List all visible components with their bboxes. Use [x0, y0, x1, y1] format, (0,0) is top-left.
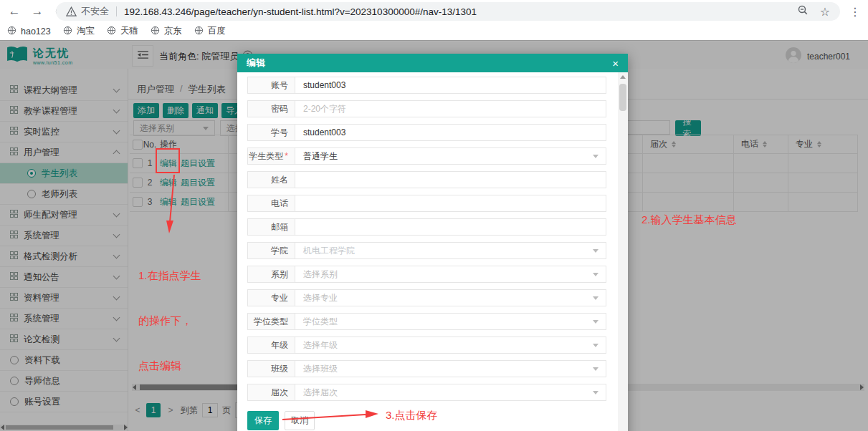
- url-bar[interactable]: 不安全 192.168.43.246/page/teacher/yn-stude…: [56, 2, 840, 21]
- globe-icon: [63, 26, 72, 37]
- bookmark-tmall[interactable]: 天猫: [107, 25, 138, 37]
- bookmark-taobao[interactable]: 淘宝: [63, 25, 95, 37]
- chevron-down-icon: [593, 367, 598, 371]
- warning-icon: [66, 6, 77, 16]
- chevron-down-icon: [593, 391, 598, 394]
- bookmark-jd[interactable]: 京东: [151, 25, 182, 37]
- modal-body: 账号 student003 密码 2-20个字符 学号 student003 学…: [237, 72, 618, 431]
- screen: ← → 不安全 192.168.43.246/page/teacher/yn-s…: [0, 0, 868, 431]
- globe-icon: [194, 26, 204, 37]
- chevron-down-icon: [593, 296, 598, 300]
- field-phone: 电话: [247, 195, 606, 212]
- url-divider: [116, 6, 117, 16]
- annotation-arrow-right: [281, 408, 383, 424]
- url-text[interactable]: 192.168.43.246/page/teacher/yn-student-l…: [124, 6, 797, 17]
- field-student-type: 学生类型* 普通学生: [247, 147, 606, 165]
- modal-vertical-scrollbar[interactable]: [618, 72, 628, 431]
- chevron-down-icon: [593, 273, 598, 276]
- chevron-down-icon: [593, 155, 598, 158]
- phone-input[interactable]: [295, 195, 606, 211]
- globe-icon: [107, 26, 116, 37]
- security-label[interactable]: 不安全: [81, 5, 109, 18]
- degree-type-select[interactable]: 学位类型: [295, 314, 606, 329]
- forward-icon[interactable]: →: [29, 3, 46, 20]
- field-grade: 年级 选择年级: [247, 336, 606, 354]
- account-input[interactable]: student003: [295, 77, 606, 93]
- globe-icon: [7, 26, 16, 37]
- student-no-input[interactable]: student003: [295, 125, 606, 140]
- field-department: 系别 选择系别: [247, 266, 606, 283]
- annotation-step2: 2.输入学生基本信息: [642, 212, 737, 227]
- major-select[interactable]: 选择专业: [295, 290, 606, 306]
- browser-chrome: ← → 不安全 192.168.43.246/page/teacher/yn-s…: [0, 0, 868, 41]
- bookmarks-bar: hao123 淘宝 天猫 京东 百度: [0, 23, 868, 39]
- field-student-no: 学号 student003: [247, 124, 606, 141]
- field-name: 姓名: [247, 171, 606, 188]
- save-button[interactable]: 保存: [247, 411, 279, 430]
- close-icon[interactable]: ×: [612, 58, 619, 69]
- modal-title: 编辑: [247, 57, 265, 69]
- annotation-highlight-box: [156, 148, 180, 173]
- password-input[interactable]: 2-20个字符: [295, 101, 606, 117]
- annotation-step1: 1.在指点学生 的操作下， 点击编辑: [138, 238, 201, 403]
- scrollbar-thumb[interactable]: [619, 84, 626, 111]
- field-account: 账号 student003: [247, 77, 606, 94]
- bookmark-star-icon[interactable]: ☆: [820, 5, 830, 19]
- back-icon[interactable]: ←: [6, 3, 23, 20]
- browser-nav-row: ← → 不安全 192.168.43.246/page/teacher/yn-s…: [0, 0, 868, 23]
- grade-select[interactable]: 选择年级: [295, 337, 606, 353]
- class-select[interactable]: 选择班级: [295, 361, 606, 377]
- field-class: 班级 选择班级: [247, 360, 606, 377]
- browser-menu-icon[interactable]: ⋮: [849, 5, 861, 19]
- field-major: 专业 选择专业: [247, 289, 606, 306]
- field-batch: 届次 选择届次: [247, 384, 606, 401]
- annotation-step3: 3.点击保存: [386, 407, 438, 422]
- chevron-down-icon: [593, 320, 598, 324]
- required-mark: *: [285, 151, 288, 161]
- field-college: 学院 机电工程学院: [247, 242, 606, 259]
- department-select[interactable]: 选择系别: [295, 266, 606, 282]
- batch-select[interactable]: 选择届次: [295, 384, 606, 400]
- bookmark-baidu[interactable]: 百度: [194, 25, 226, 37]
- email-input[interactable]: [295, 219, 606, 235]
- globe-icon: [151, 26, 160, 37]
- edit-student-modal: 编辑 × 账号 student003 密码 2-20个字符 学号 student…: [237, 54, 628, 431]
- field-degree-type: 学位类型 学位类型: [247, 313, 606, 330]
- student-type-select[interactable]: 普通学生: [295, 148, 606, 164]
- chevron-down-icon: [593, 249, 598, 253]
- annotation-arrow-down: [159, 175, 181, 235]
- zoom-icon[interactable]: [797, 4, 809, 19]
- bookmark-hao123[interactable]: hao123: [7, 26, 51, 37]
- chevron-down-icon: [593, 344, 598, 347]
- field-email: 邮箱: [247, 218, 606, 236]
- modal-header: 编辑 ×: [237, 54, 628, 72]
- field-password: 密码 2-20个字符: [247, 100, 606, 117]
- college-select[interactable]: 机电工程学院: [295, 243, 606, 258]
- scroll-up-icon[interactable]: [618, 72, 628, 82]
- name-input[interactable]: [295, 172, 606, 188]
- app-page: 论无忧 www.lun51.com 当前角色: 院管理员 teacher: [0, 40, 868, 431]
